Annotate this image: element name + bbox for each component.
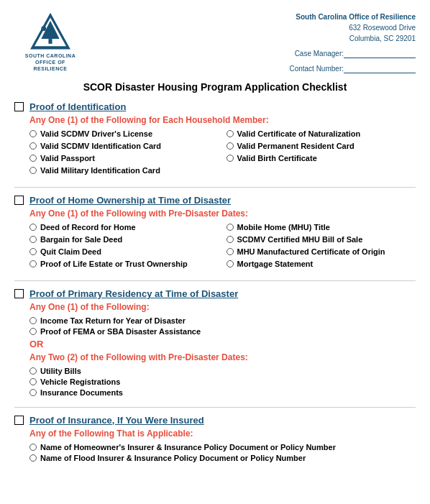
list-item: Insurance Documents <box>29 388 416 397</box>
list-item: Income Tax Return for Year of Disaster <box>29 316 416 325</box>
list-item: Bargain for Sale Deed <box>29 235 219 244</box>
section-proof-of-insurance: Proof of Insurance, If You Were Insured … <box>14 415 416 462</box>
bullet-icon <box>29 317 37 324</box>
or-text: OR <box>29 339 416 349</box>
bullet-icon <box>227 248 234 255</box>
section4-checkbox[interactable] <box>14 416 24 425</box>
address-line1: 632 Rosewood Drive <box>286 22 416 33</box>
bullet-icon <box>29 378 37 385</box>
section3-subtitle: Any One (1) of the Following: <box>29 302 416 312</box>
list-item: Deed of Record for Home <box>29 223 219 232</box>
section2-subtitle: Any One (1) of the Following with Pre-Di… <box>29 209 416 219</box>
list-item: Quit Claim Deed <box>29 247 219 256</box>
section3-subtitle2: Any Two (2) of the Following with Pre-Di… <box>29 352 416 362</box>
bullet-icon <box>29 224 37 231</box>
svg-point-4 <box>41 26 46 31</box>
section-proof-of-home-ownership: Proof of Home Ownership at Time of Disas… <box>14 195 416 270</box>
list-item: MHU Manufactured Certificate of Origin <box>227 247 416 256</box>
bullet-icon <box>29 236 37 243</box>
list-item: Valid SCDMV Identification Card <box>29 142 219 150</box>
list-item: Utility Bills <box>29 367 416 375</box>
section1-subtitle: Any One (1) of the Following for Each Ho… <box>29 115 416 125</box>
divider3 <box>14 407 416 408</box>
org-name: South Carolina Office of Resilience <box>286 12 416 22</box>
section2-header: Proof of Home Ownership at Time of Disas… <box>14 195 416 206</box>
bullet-icon <box>227 130 234 137</box>
bullet-icon <box>29 155 37 162</box>
bullet-icon <box>227 260 234 267</box>
contact-number-field: Contact Number: <box>286 63 416 74</box>
section1-checkbox[interactable] <box>14 102 24 111</box>
list-item: Proof of FEMA or SBA Disaster Assistance <box>29 327 416 336</box>
list-item: SCDMV Certified MHU Bill of Sale <box>227 235 416 244</box>
bullet-icon <box>227 224 234 231</box>
section4-header: Proof of Insurance, If You Were Insured <box>14 415 416 426</box>
section1-header: Proof of Identification <box>14 101 416 112</box>
section2-checkbox[interactable] <box>14 196 24 205</box>
list-item: Name of Flood Insurer & Insurance Policy… <box>29 454 416 462</box>
section1-title: Proof of Identification <box>29 101 126 112</box>
list-item: Valid Certificate of Naturalization <box>227 129 416 138</box>
section4-title: Proof of Insurance, If You Were Insured <box>29 415 204 426</box>
logo-text: SOUTH CAROLINA OFFICE OF RESILIENCE <box>25 52 76 72</box>
contact-number-value[interactable] <box>344 65 416 73</box>
bullet-icon <box>227 236 234 243</box>
svg-rect-3 <box>48 39 52 44</box>
list-item: Valid Birth Certificate <box>227 154 416 162</box>
section3-items-part2: Utility Bills Vehicle Registrations Insu… <box>29 367 416 397</box>
list-item: Valid SCDMV Driver's License <box>29 129 219 138</box>
section3-header: Proof of Primary Residency at Time of Di… <box>14 288 416 299</box>
bullet-icon <box>227 142 234 150</box>
bullet-icon <box>29 328 37 335</box>
list-item: Valid Military Identification Card <box>29 166 219 175</box>
case-manager-field: Case Manager: <box>286 48 416 59</box>
list-item: Mobile Home (MHU) Title <box>227 223 416 232</box>
bullet-icon <box>29 260 37 267</box>
list-item: Name of Homeowner's Insurer & Insurance … <box>29 443 416 452</box>
address-line2: Columbia, SC 29201 <box>286 33 416 44</box>
list-item: Valid Permanent Resident Card <box>227 142 416 150</box>
bullet-icon <box>29 454 37 462</box>
section4-subtitle: Any of the Following That is Applicable: <box>29 429 416 439</box>
bullet-icon <box>227 155 234 162</box>
list-item: Vehicle Registrations <box>29 377 416 386</box>
section3-title: Proof of Primary Residency at Time of Di… <box>29 288 238 299</box>
list-item: Proof of Life Estate or Trust Ownership <box>29 260 219 268</box>
section-proof-of-identification: Proof of Identification Any One (1) of t… <box>14 101 416 177</box>
bullet-icon <box>29 248 37 255</box>
bullet-icon <box>29 367 37 375</box>
section3-checkbox[interactable] <box>14 289 24 298</box>
sc-logo-icon <box>29 12 72 51</box>
contact-number-label: Contact Number: <box>286 63 344 74</box>
section2-title: Proof of Home Ownership at Time of Disas… <box>29 195 231 206</box>
section1-items: Valid SCDMV Driver's License Valid Certi… <box>29 129 416 177</box>
case-manager-value[interactable] <box>344 50 416 58</box>
bullet-icon <box>29 130 37 137</box>
list-item: Valid Passport <box>29 154 219 162</box>
page-header: SOUTH CAROLINA OFFICE OF RESILIENCE Sout… <box>14 12 416 74</box>
office-info: South Carolina Office of Resilience 632 … <box>286 12 416 74</box>
section2-items: Deed of Record for Home Mobile Home (MHU… <box>29 223 416 270</box>
divider1 <box>14 187 416 188</box>
section3-items-part1: Income Tax Return for Year of Disaster P… <box>29 316 416 336</box>
case-manager-label: Case Manager: <box>286 48 344 59</box>
bullet-icon <box>29 142 37 150</box>
bullet-icon <box>29 389 37 396</box>
main-title: SCOR Disaster Housing Program Applicatio… <box>14 81 416 93</box>
section-proof-of-primary-residency: Proof of Primary Residency at Time of Di… <box>14 288 416 397</box>
divider2 <box>14 280 416 281</box>
bullet-icon <box>29 167 37 174</box>
logo-area: SOUTH CAROLINA OFFICE OF RESILIENCE <box>14 12 86 72</box>
bullet-icon <box>29 444 37 451</box>
section4-items: Name of Homeowner's Insurer & Insurance … <box>29 443 416 462</box>
list-item: Mortgage Statement <box>227 260 416 268</box>
